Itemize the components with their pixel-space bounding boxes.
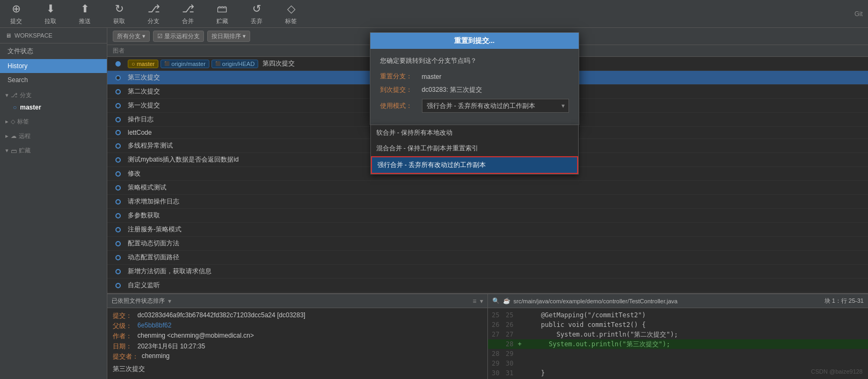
toolbar-tag[interactable]: ◇ 标签 (280, 2, 302, 25)
sort-status-label: 已依照文件状态排序 (112, 297, 165, 305)
commit-item[interactable]: 新增方法切面，获取请求信息 (107, 265, 868, 279)
sidebar-item-file-status[interactable]: 文件状态 (0, 43, 107, 59)
bottom-left-bar: 已依照文件状态排序 ▾ ≡ ▾ (107, 294, 487, 308)
sort-btn[interactable]: 按日期排序 ▾ (207, 31, 250, 42)
show-remote-label: 显示远程分支 (164, 32, 200, 40)
commit-item[interactable]: stream测试 (107, 293, 868, 293)
file-status-label: 文件状态 (8, 47, 33, 55)
mode-select-container: 软合并 - 保持所有本地改动混合合并 - 保持工作副本并重置索引强行合并 - 丢… (422, 99, 569, 113)
sidebar-item-history[interactable]: History (0, 59, 107, 73)
tag-label: origin/master (171, 61, 206, 67)
commit-dot-icon (115, 61, 121, 67)
commit-label: 新增方法切面，获取请求信息 (128, 267, 211, 276)
commit-label: 操作日志 (128, 115, 154, 124)
tags-label: 标签 (17, 118, 29, 126)
tag-label: origin/HEAD (222, 61, 255, 67)
sidebar-section-remote[interactable]: ▸ ☁ 远程 (0, 128, 107, 142)
commit-dot-icon (115, 269, 121, 274)
commit-item[interactable]: 多参数获取 (107, 209, 868, 223)
commit-dot-container (113, 157, 123, 163)
date-label: 日期： (113, 342, 134, 351)
toolbar-merge[interactable]: ⎇ 合并 (177, 2, 199, 25)
list-dropdown-icon[interactable]: ▾ (480, 297, 483, 305)
toolbar-stash[interactable]: 🗃 贮藏 (211, 3, 233, 25)
modal-row-branch: 重置分支： master (380, 72, 569, 81)
commit-label: 修改 (128, 169, 141, 178)
committer-value: chenming (142, 352, 170, 361)
list-icon[interactable]: ≡ (472, 297, 476, 305)
search-code-icon[interactable]: 🔍 (492, 297, 500, 304)
dropdown-option[interactable]: 混合合并 - 保持工作副本并重置索引 (371, 141, 578, 156)
toolbar-pull[interactable]: ⬇ 拉取 (40, 2, 61, 25)
bottom-left: 已依照文件状态排序 ▾ ≡ ▾ 提交： dc03283d46a9fc3b6784… (107, 294, 488, 379)
mode-select[interactable]: 软合并 - 保持所有本地改动混合合并 - 保持工作副本并重置索引强行合并 - 丢… (422, 99, 569, 113)
line-content: @GetMapping("/commitTest2") (518, 311, 646, 319)
commit-item[interactable]: 注册服务-策略模式 (107, 223, 868, 237)
search-label: Search (8, 76, 28, 84)
commit-message: 第三次提交 (113, 365, 482, 374)
stash-chevron-icon: ▾ (5, 147, 9, 154)
reset-modal: 重置到提交... 您确定要跳转到这个分支节点吗？ 重置分支： master 到次… (370, 32, 579, 125)
commit-icon: ⊕ (12, 2, 21, 15)
toolbar-tag-label: 标签 (285, 17, 297, 25)
commit-dot-container (113, 61, 123, 67)
commit-dot-container (113, 269, 123, 274)
commit-label: 测试mybatis插入数据是否会返回数据id (128, 155, 239, 164)
workspace-label: WORKSPACE (14, 32, 53, 39)
commit-item[interactable]: 请求增加操作日志 (107, 195, 868, 209)
mode-dropdown-list[interactable]: 软合并 - 保持所有本地改动混合合并 - 保持工作副本并重置索引强行合并 - 丢… (370, 125, 579, 174)
toolbar-fetch[interactable]: ↻ 获取 (108, 2, 130, 25)
toolbar-fetch-label: 获取 (113, 17, 125, 25)
tag-icon: ◇ (287, 2, 295, 15)
toolbar-commit-label: 提交 (10, 17, 22, 25)
commit-label: 第三次提交 (128, 73, 160, 82)
sidebar-section-stash[interactable]: ▾ 🗃 贮藏 (0, 142, 107, 157)
dropdown-option[interactable]: 软合并 - 保持所有本地改动 (371, 125, 578, 141)
commit-item[interactable]: 动态配置切面路径 (107, 251, 868, 265)
commit-label: 请求增加操作日志 (128, 197, 179, 206)
bottom-right-bar: 🔍 ☕ src/main/java/com/example/demo/contr… (488, 294, 869, 308)
sidebar-section-branches[interactable]: ▾ ⎇ 分支 (0, 87, 107, 101)
commit-meta-parent: 父级： 6e5bb8bf62 (113, 322, 482, 331)
commit-label: 第一次提交 (128, 101, 160, 110)
branch-master-label: master (20, 104, 41, 111)
parent-value[interactable]: 6e5bb8bf62 (137, 322, 171, 331)
commit-dot-container (113, 117, 123, 122)
sidebar-item-search[interactable]: Search (0, 73, 107, 87)
all-branches-btn[interactable]: 所有分支 ▾ (113, 31, 150, 42)
branches-icon: ⎇ (11, 92, 18, 99)
merge-icon: ⎇ (182, 2, 194, 15)
sidebar-workspace: 🖥 WORKSPACE (0, 28, 107, 43)
sort-dropdown-icon: ▾ (168, 297, 171, 305)
file-java-icon: ☕ (503, 297, 510, 304)
show-remote-btn[interactable]: ☑ 显示远程分支 (153, 31, 204, 42)
commit-dot-container (113, 283, 123, 288)
sidebar-section-tags[interactable]: ▸ ◇ 标签 (0, 113, 107, 128)
code-line: 28+ System.out.println("第三次提交"); (488, 339, 869, 349)
sidebar-branch-master[interactable]: ○ master (0, 101, 107, 113)
graph-label: 图者 (113, 47, 125, 55)
dropdown-option[interactable]: 强行合并 - 丢弃所有改动过的工作副本 (371, 156, 578, 174)
reset-branch-value: master (422, 73, 442, 81)
commit-label: 配置动态切面方法 (128, 239, 179, 248)
to-commit-value: dc03283: 第三次提交 (422, 85, 483, 94)
commit-dot-icon (115, 171, 121, 177)
tag-badge: ⬛origin/HEAD (211, 60, 259, 68)
remote-label: 远程 (19, 132, 31, 140)
line-num-old: 26 (488, 321, 503, 329)
commit-item[interactable]: 自定义监听 (107, 279, 868, 293)
toolbar-branch-label: 分支 (148, 17, 159, 25)
line-num-old: 27 (488, 331, 503, 338)
toolbar-discard[interactable]: ↺ 丢弃 (246, 2, 267, 25)
commit-item[interactable]: 配置动态切面方法 (107, 237, 868, 251)
commit-dot-icon (115, 199, 121, 205)
toolbar-commit[interactable]: ⊕ 提交 (5, 2, 27, 25)
commit-dot-container (113, 89, 123, 94)
line-num-old: 29 (488, 360, 503, 367)
watermark: CSDN @baize9128 (811, 368, 863, 375)
toolbar-branch[interactable]: ⎇ 分支 (143, 2, 164, 25)
sidebar: 🖥 WORKSPACE 文件状态 History Search ▾ ⎇ 分支 ○… (0, 28, 107, 379)
commit-item[interactable]: 策略模式测试 (107, 181, 868, 195)
toolbar-push[interactable]: ⬆ 推送 (74, 2, 96, 25)
committer-label: 提交者： (113, 352, 138, 361)
